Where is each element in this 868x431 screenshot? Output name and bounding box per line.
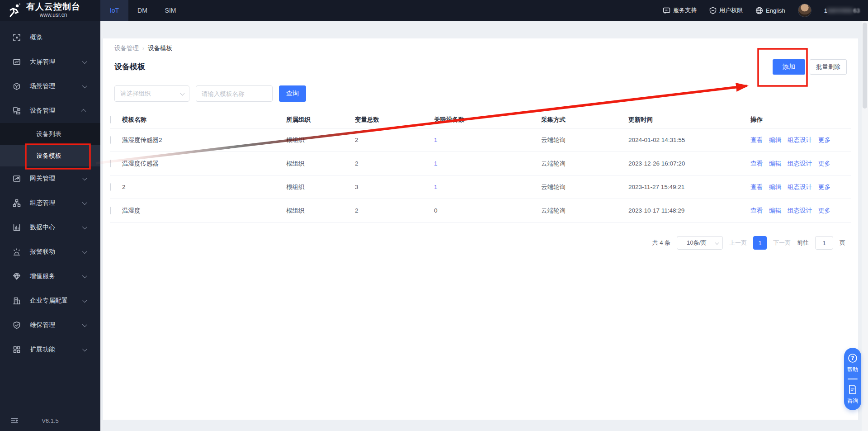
sidebar-item-9[interactable]: 企业专属配置 bbox=[0, 289, 100, 313]
row-checkbox[interactable] bbox=[110, 160, 111, 167]
cell-updated: 2024-01-02 14:31:55 bbox=[628, 137, 750, 143]
row-action-3[interactable]: 更多 bbox=[818, 183, 830, 191]
help-label[interactable]: 帮助 bbox=[847, 366, 858, 374]
topbar-link-1[interactable]: 用户权限 bbox=[709, 6, 743, 14]
username[interactable]: 1580096663 bbox=[824, 7, 860, 14]
top-tab-iot[interactable]: IoT bbox=[100, 0, 128, 21]
add-button[interactable]: 添加 bbox=[773, 59, 805, 75]
cell-device-count[interactable]: 1 bbox=[434, 184, 541, 190]
page-size-select[interactable]: 10条/页 bbox=[677, 236, 723, 250]
topbar: 有人云控制台 www.usr.cn IoTDMSIM 1580096663 服务… bbox=[0, 0, 868, 21]
sidebar-item-8[interactable]: 增值服务 bbox=[0, 264, 100, 289]
top-tabs: IoTDMSIM bbox=[100, 0, 184, 21]
row-checkbox[interactable] bbox=[110, 183, 111, 191]
cell-updated: 2023-11-27 15:49:21 bbox=[628, 184, 750, 190]
row-action-2[interactable]: 组态设计 bbox=[788, 136, 812, 144]
column-header: 采集方式 bbox=[541, 116, 628, 124]
cell-org: 根组织 bbox=[286, 183, 355, 191]
page-title: 设备模板 bbox=[114, 62, 145, 72]
row-action-2[interactable]: 组态设计 bbox=[788, 207, 812, 215]
row-action-2[interactable]: 组态设计 bbox=[788, 160, 812, 168]
sidebar-item-2[interactable]: 场景管理 bbox=[0, 74, 100, 99]
topbar-right: 1580096663 服务支持用户权限English bbox=[663, 0, 868, 21]
sidebar-item-0[interactable]: 概览 bbox=[0, 25, 100, 50]
sidebar-item-10[interactable]: 维保管理 bbox=[0, 313, 100, 337]
scene-icon bbox=[13, 82, 21, 90]
next-page-button[interactable]: 下一页 bbox=[773, 239, 791, 247]
collapse-sidebar-icon[interactable] bbox=[11, 417, 18, 424]
batch-delete-button[interactable]: 批量删除 bbox=[810, 59, 847, 75]
top-tab-sim[interactable]: SIM bbox=[156, 0, 184, 21]
row-action-2[interactable]: 组态设计 bbox=[788, 183, 812, 191]
help-icon[interactable]: ? bbox=[848, 353, 858, 363]
cell-operations: 查看编辑组态设计更多 bbox=[750, 160, 851, 168]
topbar-link-2[interactable]: English bbox=[755, 7, 785, 14]
cell-var-count: 2 bbox=[355, 207, 434, 214]
row-action-3[interactable]: 更多 bbox=[818, 207, 830, 215]
cell-updated: 2023-12-26 16:07:20 bbox=[628, 160, 750, 167]
chevron-down-icon bbox=[82, 249, 87, 254]
goto-page-input[interactable] bbox=[815, 236, 833, 250]
row-action-1[interactable]: 编辑 bbox=[769, 183, 781, 191]
sidebar-subitem-3-0[interactable]: 设备列表 bbox=[0, 123, 100, 145]
cell-template-name: 温湿度传感器 bbox=[122, 160, 286, 168]
select-all-checkbox[interactable] bbox=[110, 116, 111, 123]
column-header: 更新时间 bbox=[628, 116, 750, 124]
page-scrollbar[interactable] bbox=[862, 21, 868, 431]
alarm-icon bbox=[13, 248, 21, 256]
avatar[interactable] bbox=[798, 4, 811, 17]
row-checkbox[interactable] bbox=[110, 207, 111, 214]
search-button[interactable]: 查询 bbox=[279, 85, 306, 102]
row-action-0[interactable]: 查看 bbox=[750, 136, 763, 144]
sidebar-item-11[interactable]: 扩展功能 bbox=[0, 337, 100, 362]
help-widget-divider bbox=[848, 379, 858, 379]
breadcrumb-device-management[interactable]: 设备管理 bbox=[114, 44, 139, 52]
template-name-input[interactable] bbox=[196, 85, 273, 102]
row-action-1[interactable]: 编辑 bbox=[769, 160, 781, 168]
table-row-3: 温湿度 根组织 2 0 云端轮询 2023-10-17 11:48:29 查看编… bbox=[110, 199, 851, 223]
cell-method: 云端轮询 bbox=[541, 207, 628, 215]
top-tab-dm[interactable]: DM bbox=[128, 0, 156, 21]
org-select[interactable]: 请选择组织 bbox=[114, 85, 189, 102]
brand-title: 有人云控制台 bbox=[26, 2, 80, 12]
consult-icon[interactable] bbox=[848, 384, 857, 394]
table-row-2: 2 根组织 3 1 云端轮询 2023-11-27 15:49:21 查看编辑组… bbox=[110, 175, 851, 199]
sidebar-item-4[interactable]: 网关管理 bbox=[0, 166, 100, 191]
column-header: 变量总数 bbox=[355, 116, 434, 124]
row-action-1[interactable]: 编辑 bbox=[769, 136, 781, 144]
device-icon bbox=[13, 107, 21, 115]
cell-device-count[interactable]: 1 bbox=[434, 137, 541, 143]
column-header: 模板名称 bbox=[122, 116, 286, 124]
row-action-1[interactable]: 编辑 bbox=[769, 207, 781, 215]
breadcrumb: 设备管理 › 设备模板 bbox=[114, 43, 847, 54]
prev-page-button[interactable]: 上一页 bbox=[729, 239, 747, 247]
sidebar-item-6[interactable]: 数据中心 bbox=[0, 215, 100, 240]
sidebar-item-1[interactable]: 大屏管理 bbox=[0, 50, 100, 74]
chevron-down-icon bbox=[82, 298, 87, 303]
row-action-0[interactable]: 查看 bbox=[750, 160, 763, 168]
current-page-button[interactable]: 1 bbox=[753, 236, 767, 250]
topbar-link-0[interactable]: 服务支持 bbox=[663, 6, 697, 14]
main-area: 设备管理 › 设备模板 设备模板 添加 批量删除 请选择组织 查询 bbox=[100, 21, 868, 431]
cell-org: 根组织 bbox=[286, 160, 355, 168]
cell-var-count: 2 bbox=[355, 137, 434, 143]
row-action-0[interactable]: 查看 bbox=[750, 183, 763, 191]
row-action-3[interactable]: 更多 bbox=[818, 160, 830, 168]
cell-template-name: 温湿度传感器2 bbox=[122, 136, 286, 144]
sidebar-subitem-3-1[interactable]: 设备模板 bbox=[0, 145, 100, 166]
sidebar-item-7[interactable]: 报警联动 bbox=[0, 240, 100, 264]
brand[interactable]: 有人云控制台 www.usr.cn bbox=[0, 0, 100, 21]
shield-badge-icon bbox=[709, 7, 717, 14]
maintenance-icon bbox=[13, 321, 21, 329]
row-checkbox[interactable] bbox=[110, 136, 111, 144]
sidebar-item-5[interactable]: 组态管理 bbox=[0, 191, 100, 215]
overview-icon bbox=[13, 33, 21, 42]
cell-device-count[interactable]: 1 bbox=[434, 160, 541, 167]
sidebar-item-3[interactable]: 设备管理 bbox=[0, 99, 100, 123]
consult-label[interactable]: 咨询 bbox=[847, 397, 858, 405]
row-action-3[interactable]: 更多 bbox=[818, 136, 830, 144]
scrollbar-thumb[interactable] bbox=[863, 23, 867, 109]
row-action-0[interactable]: 查看 bbox=[750, 207, 763, 215]
template-table: 模板名称所属组织变量总数关联设备数采集方式更新时间操作 温湿度传感器2 根组织 … bbox=[110, 111, 851, 223]
title-row: 设备模板 添加 批量删除 bbox=[114, 58, 847, 78]
